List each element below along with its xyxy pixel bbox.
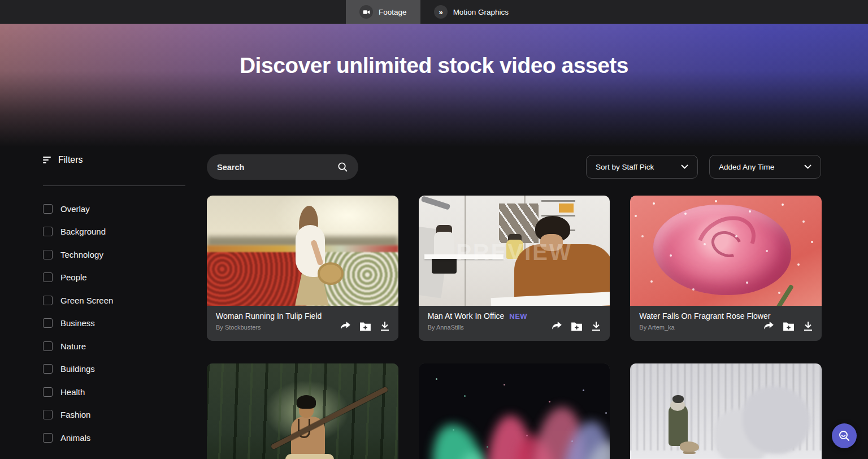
video-card-tulip-field: Woman Running In Tulip Field By Stockbus… xyxy=(207,196,398,341)
water-droplets xyxy=(630,196,632,198)
checkbox[interactable] xyxy=(43,364,53,374)
wall-art xyxy=(499,203,539,243)
checkbox[interactable] xyxy=(43,410,53,419)
search-icon[interactable] xyxy=(337,162,348,172)
download-button[interactable] xyxy=(592,322,601,331)
visual-search-icon xyxy=(837,429,851,443)
filter-fashion[interactable]: Fashion xyxy=(43,408,186,422)
filter-business[interactable]: Business xyxy=(43,317,186,330)
video-title[interactable]: Woman Running In Tulip Field xyxy=(216,311,322,321)
video-card-powder-explosion xyxy=(419,363,610,459)
share-button[interactable] xyxy=(340,322,350,331)
teal-powder-plume xyxy=(427,421,491,459)
paddler-skirt xyxy=(285,454,334,459)
rose-stem xyxy=(776,284,794,306)
top-navigation: Footage » Motion Graphics xyxy=(0,0,868,24)
video-thumbnail-snowy-forest[interactable] xyxy=(630,363,822,459)
tab-motion-graphics[interactable]: » Motion Graphics xyxy=(420,0,522,24)
date-added-dropdown[interactable]: Added Any Time xyxy=(709,155,821,179)
category-filter-list: Overlay Background Technology People Gre… xyxy=(43,202,186,444)
share-button[interactable] xyxy=(763,322,774,331)
filters-title: Filters xyxy=(58,155,83,165)
snow-covered-bush xyxy=(743,386,810,454)
download-button[interactable] xyxy=(380,322,389,331)
shelf-folders xyxy=(559,203,574,213)
sort-dropdown[interactable]: Sort by Staff Pick xyxy=(586,155,698,179)
filters-panel: Filters Overlay Background Technology Pe… xyxy=(43,155,186,454)
page: Footage » Motion Graphics Discover unlim… xyxy=(0,0,868,459)
checkbox[interactable] xyxy=(43,318,53,328)
paddler-hair xyxy=(297,395,316,409)
video-thumbnail-jungle-canoe[interactable] xyxy=(207,363,398,459)
sort-dropdown-value: Sort by Staff Pick xyxy=(596,163,654,171)
red-tulips xyxy=(207,252,306,306)
filter-overlay[interactable]: Overlay xyxy=(43,202,186,215)
dog xyxy=(680,441,699,452)
video-thumbnail-office[interactable]: PREVIEW xyxy=(419,196,610,306)
tab-footage-label: Footage xyxy=(379,8,407,16)
video-title[interactable]: Water Falls On Fragrant Rose Flower xyxy=(639,311,770,321)
video-thumbnail-powder-explosion[interactable] xyxy=(419,363,610,459)
share-button[interactable] xyxy=(552,322,562,331)
page-title: Discover unlimited stock video assets xyxy=(0,53,868,78)
filter-nature[interactable]: Nature xyxy=(43,339,186,353)
hero-banner: Discover unlimited stock video assets xyxy=(0,24,868,147)
video-info-bar: Water Falls On Fragrant Rose Flower By A… xyxy=(630,306,822,341)
filter-background[interactable]: Background xyxy=(43,225,186,239)
tab-motion-graphics-label: Motion Graphics xyxy=(453,8,509,16)
powder-particles xyxy=(436,378,437,380)
video-author[interactable]: By Stockbusters xyxy=(216,324,322,331)
video-thumbnail-rose[interactable] xyxy=(630,196,822,306)
video-camera-icon xyxy=(359,5,373,19)
add-to-folder-button[interactable] xyxy=(360,322,371,331)
checkbox[interactable] xyxy=(43,433,53,443)
double-chevron-icon: » xyxy=(434,5,448,19)
video-author[interactable]: By AnnaStills xyxy=(428,324,528,331)
filters-header: Filters xyxy=(43,155,186,165)
results-grid: Woman Running In Tulip Field By Stockbus… xyxy=(207,196,822,459)
filter-buildings[interactable]: Buildings xyxy=(43,362,186,376)
desk-lamp xyxy=(420,196,450,210)
walker-hat xyxy=(672,395,684,403)
filter-green-screen[interactable]: Green Screen xyxy=(43,293,186,307)
chevron-down-icon xyxy=(681,164,688,169)
add-to-folder-button[interactable] xyxy=(783,322,794,331)
filter-animals[interactable]: Animals xyxy=(43,431,186,444)
video-info-bar: Man At Work In Office NEW By AnnaStills xyxy=(419,306,610,341)
download-button[interactable] xyxy=(804,322,813,331)
checkbox[interactable] xyxy=(43,227,53,236)
video-card-rose: Water Falls On Fragrant Rose Flower By A… xyxy=(630,196,822,341)
video-card-jungle-canoe xyxy=(207,363,398,459)
video-card-office: PREVIEW Man At Work In Office NEW By Ann… xyxy=(419,196,610,341)
date-added-dropdown-value: Added Any Time xyxy=(719,163,774,171)
new-badge: NEW xyxy=(509,312,527,321)
filter-lines-icon xyxy=(43,156,52,164)
filter-technology[interactable]: Technology xyxy=(43,248,186,261)
filter-people[interactable]: People xyxy=(43,271,186,284)
divider xyxy=(43,185,185,186)
video-title[interactable]: Man At Work In Office xyxy=(428,311,505,321)
video-info-bar: Woman Running In Tulip Field By Stockbus… xyxy=(207,306,398,341)
tab-footage[interactable]: Footage xyxy=(346,0,420,24)
chevron-down-icon xyxy=(804,164,811,169)
preview-watermark: PREVIEW xyxy=(419,240,610,265)
filter-health[interactable]: Health xyxy=(43,385,186,399)
video-thumbnail-tulip-field[interactable] xyxy=(207,196,398,306)
video-author[interactable]: By Artem_ka xyxy=(639,324,758,331)
add-to-folder-button[interactable] xyxy=(571,322,582,331)
checkbox[interactable] xyxy=(43,272,53,282)
video-card-snowy-forest xyxy=(630,363,822,459)
checkbox[interactable] xyxy=(43,387,53,397)
checkbox[interactable] xyxy=(43,296,53,305)
checkbox[interactable] xyxy=(43,204,53,214)
search-bar[interactable] xyxy=(207,154,358,180)
checkbox[interactable] xyxy=(43,250,53,259)
visual-search-fab[interactable] xyxy=(832,423,857,448)
search-input[interactable] xyxy=(217,163,337,172)
checkbox[interactable] xyxy=(43,341,53,351)
